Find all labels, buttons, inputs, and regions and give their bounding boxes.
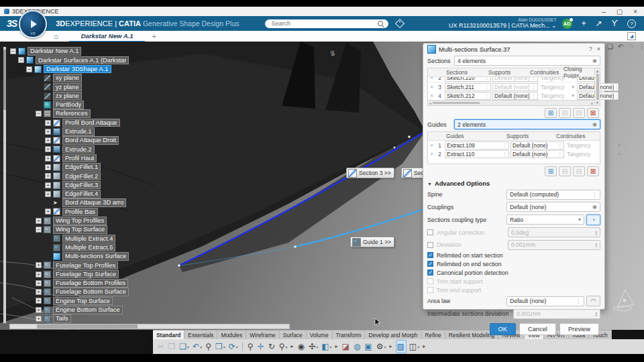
trim-end-checkbox[interactable]	[427, 287, 433, 293]
angular-correction-field[interactable]: 0.5deg▴▾	[508, 227, 600, 237]
overflow-arrow-icon[interactable]: ▸	[388, 341, 393, 353]
gear-icon[interactable]: ⚙ ▾	[376, 341, 387, 353]
tree-expander-icon[interactable]: +	[36, 289, 42, 295]
tree-horizontal-scrollbar[interactable]	[9, 324, 290, 329]
screenshot-icon[interactable]: ◉	[297, 341, 306, 353]
tree-item[interactable]: − References	[8, 109, 129, 118]
guide-cell[interactable]: Extract.110⋮	[445, 150, 509, 158]
section-handle-text[interactable]: Section 3 >>	[359, 170, 391, 176]
coupling-law-icon[interactable]: ◔	[586, 215, 600, 225]
canonical-detection-checkbox[interactable]	[427, 269, 433, 276]
ribbon-tab[interactable]: Essentials	[184, 330, 217, 339]
tree-item[interactable]: − Darkstar Surfaces A.1 (Darkstar	[8, 56, 129, 64]
relimit-start-checkbox[interactable]	[427, 252, 433, 258]
tree-expander-icon[interactable]: −	[10, 48, 16, 54]
tree-item-label[interactable]: zx plane	[53, 92, 82, 101]
tag-icon[interactable]	[394, 19, 404, 28]
delete-row-icon[interactable]: ×	[428, 93, 435, 99]
tree-expander-icon[interactable]: +	[36, 218, 42, 224]
table-vertical-scrollbar[interactable]: ▲▼	[594, 68, 600, 105]
insert-after-icon[interactable]: ⊟	[573, 166, 585, 176]
material-icon[interactable]: ◪	[341, 341, 351, 353]
redo-icon[interactable]: ↷	[628, 43, 633, 50]
tree-item[interactable]: + EdgeFillet.1	[8, 163, 129, 172]
add-content-icon[interactable]: +	[582, 19, 586, 28]
tree-item-label[interactable]: Bord Attaque Droit	[62, 136, 119, 145]
tree-item-label[interactable]: Profil Bord Attaque	[62, 119, 120, 127]
target-icon[interactable]: ◉	[592, 204, 597, 210]
tree-expander-icon[interactable]: +	[45, 164, 51, 170]
share-icon[interactable]: ↗	[596, 19, 602, 28]
ribbon-tab[interactable]: Modules	[217, 330, 246, 339]
user-block[interactable]: Alain DUGOUSSET UX R1132100013579 | CATI…	[449, 18, 557, 29]
section-cell[interactable]: Sketch.211⋮	[445, 83, 491, 91]
tree-item-label[interactable]: Darkstar New A.1	[28, 47, 81, 56]
support-cell[interactable]: Default (none)⋮	[492, 83, 538, 91]
continuity-cell[interactable]: Tangency▾	[539, 77, 576, 81]
support-cell[interactable]: Default (none)⋮	[511, 141, 564, 149]
tree-item[interactable]: + Profil Haut	[8, 154, 129, 163]
tree-item-label[interactable]: Multiple Extract.5	[62, 243, 115, 252]
relimit-end-checkbox[interactable]	[427, 261, 433, 267]
tree-item-label[interactable]: Darkstar Surfaces A.1 (Darkstar	[36, 56, 129, 65]
insert-before-icon[interactable]: ⊟	[559, 108, 571, 118]
tree-item[interactable]: + Fuselage Bottom Surface	[8, 288, 129, 296]
continuity-cell[interactable]: Tangency▾	[565, 142, 623, 149]
tree-item[interactable]: Multiple Extract.4	[8, 234, 129, 243]
support-cell[interactable]: Default (none)⋮	[492, 77, 538, 82]
tree-expander-icon[interactable]: +	[36, 272, 42, 278]
tree-expander-icon[interactable]: +	[45, 120, 51, 126]
preview-button[interactable]: Preview	[559, 323, 599, 335]
avatar[interactable]: AD	[562, 19, 572, 29]
undo-icon[interactable]: ↶ ▾	[192, 341, 203, 353]
tree-item[interactable]: + Fuselage Bottom Profiles	[8, 279, 129, 288]
tree-expander-icon[interactable]: +	[45, 173, 51, 179]
tree-expander-icon[interactable]: +	[45, 156, 51, 162]
minimize-button[interactable]: –	[602, 8, 606, 15]
tree-expander-icon[interactable]: +	[45, 137, 51, 143]
tree-item-label[interactable]: EdgeFillet.2	[62, 172, 101, 181]
pan-icon[interactable]: ✛	[257, 341, 266, 353]
tree-expander-icon[interactable]: +	[45, 182, 51, 188]
deviation-checkbox[interactable]	[427, 242, 433, 248]
tree-item-label[interactable]: Extrude.2	[62, 145, 95, 154]
remove-row-icon[interactable]: ⊠	[587, 108, 599, 118]
insert-before-icon[interactable]: ⊟	[559, 166, 571, 176]
cut-icon[interactable]: ✂	[157, 341, 166, 353]
tree-item-label[interactable]: xy plane	[53, 74, 82, 82]
ribbon-tab[interactable]: Wireframe	[246, 330, 280, 339]
deviation-field[interactable]: 0.001mm▴▾	[508, 240, 600, 250]
overflow-arrow-icon[interactable]: ▸	[335, 341, 339, 353]
ok-button[interactable]: OK	[490, 323, 516, 335]
tree-item-label[interactable]: Engine Bottom Surface	[53, 306, 123, 314]
tree-item[interactable]: + Profil Bord Attaque	[8, 118, 129, 127]
add-row-icon[interactable]: ⊞	[545, 108, 557, 118]
delete-row-icon[interactable]: ×	[428, 151, 435, 157]
spine-field[interactable]: Default (computed)⋮	[506, 190, 600, 200]
coupling-type-select[interactable]: Ratio▾	[506, 215, 584, 225]
area-law-field[interactable]: Default (none)⋮	[506, 296, 584, 306]
tree-expander-icon[interactable]: +	[45, 208, 51, 215]
tree-expander-icon[interactable]: −	[36, 227, 42, 233]
select-mode-icon[interactable]: ▧	[396, 340, 407, 353]
couplings-field[interactable]: Default (none)◉	[506, 202, 600, 212]
dialog-help-icon[interactable]: ?	[589, 46, 592, 52]
tree-expander-icon[interactable]: +	[45, 191, 51, 197]
help-icon[interactable]: ?	[627, 19, 636, 28]
support-cell[interactable]: Default (none)⋮	[511, 150, 564, 158]
tree-vertical-scrollbar[interactable]	[3, 47, 6, 323]
tree-item[interactable]: + Fuselage Top Profiles	[8, 261, 129, 269]
tree-expander-icon[interactable]: −	[18, 57, 24, 63]
more-options-icon[interactable]: ⋮	[639, 43, 644, 50]
tree-item[interactable]: yz plane	[8, 82, 129, 91]
tree-item[interactable]: + Extrude.1	[8, 127, 129, 136]
paste-icon[interactable]: ❏ ▾	[178, 341, 190, 353]
ribbon-tab[interactable]: Volume	[307, 330, 333, 339]
tree-item-label[interactable]: Darkstar 3DShape A.1	[44, 65, 111, 74]
tree-item-label[interactable]: Wing Top Surface	[53, 225, 107, 234]
tree-expander-icon[interactable]: +	[45, 146, 51, 152]
tree-expander-icon[interactable]: +	[36, 280, 42, 286]
zoom-area-icon[interactable]: ⚲	[205, 341, 213, 353]
tree-expander-icon[interactable]: −	[26, 66, 32, 72]
tree-item[interactable]: Bord Attaque 3D arro	[8, 198, 129, 207]
